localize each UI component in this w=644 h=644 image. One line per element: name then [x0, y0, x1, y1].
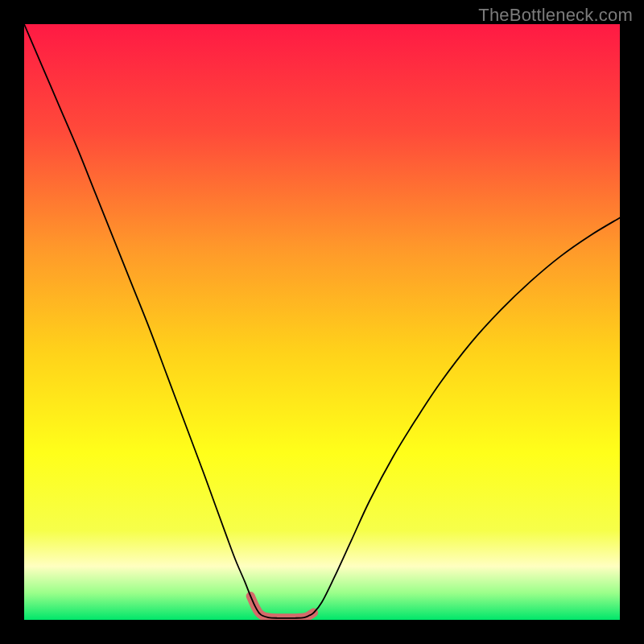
chart-frame: TheBottleneck.com — [0, 0, 644, 644]
watermark-label: TheBottleneck.com — [478, 5, 633, 26]
chart-svg — [24, 24, 620, 620]
chart-background — [24, 24, 620, 620]
plot-area — [24, 24, 620, 620]
